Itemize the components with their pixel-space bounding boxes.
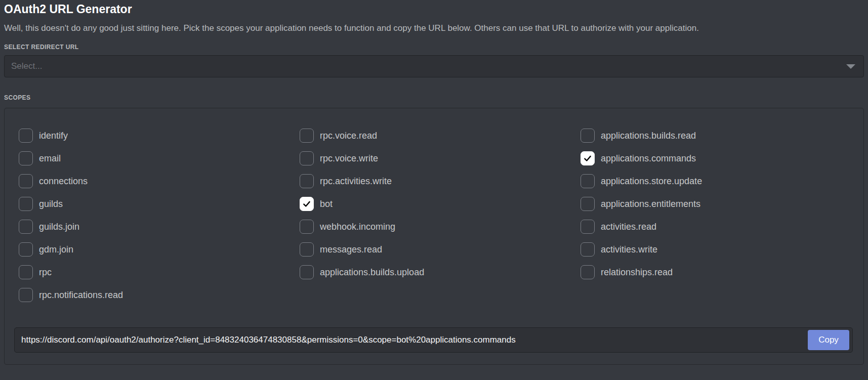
- scope-column-2: rpc.voice.readrpc.voice.writerpc.activit…: [300, 129, 581, 311]
- scope-label: applications.builds.read: [601, 131, 696, 141]
- scope-label: connections: [39, 176, 88, 187]
- scope-label: gdm.join: [39, 244, 73, 255]
- scope-label: applications.store.update: [601, 176, 702, 187]
- scope-checkbox-activities.read[interactable]: [581, 220, 595, 234]
- scope-label: applications.builds.upload: [320, 267, 424, 278]
- scope-label: activities.read: [601, 222, 656, 232]
- scope-row-activities.write[interactable]: activities.write: [581, 242, 861, 257]
- scope-checkbox-applications.commands[interactable]: [581, 151, 595, 165]
- scope-row-rpc[interactable]: rpc: [19, 265, 300, 279]
- scope-checkbox-connections[interactable]: [19, 174, 33, 188]
- scope-checkbox-applications.store.update[interactable]: [581, 174, 595, 188]
- scope-row-activities.read[interactable]: activities.read: [581, 220, 861, 234]
- oauth-url-text[interactable]: https://discord.com/api/oauth2/authorize…: [21, 335, 808, 345]
- scope-checkbox-rpc.activities.write[interactable]: [300, 174, 314, 188]
- redirect-url-select[interactable]: Select...: [4, 55, 864, 77]
- redirect-url-label: SELECT REDIRECT URL: [4, 44, 864, 51]
- scope-row-relationships.read[interactable]: relationships.read: [581, 265, 861, 279]
- scope-checkbox-rpc.notifications.read[interactable]: [19, 288, 33, 302]
- scope-row-bot[interactable]: bot: [300, 197, 581, 211]
- scope-row-applications.entitlements[interactable]: applications.entitlements: [581, 197, 861, 211]
- scope-label: activities.write: [601, 244, 657, 255]
- scope-row-connections[interactable]: connections: [19, 174, 300, 188]
- scope-row-rpc.voice.write[interactable]: rpc.voice.write: [300, 151, 581, 165]
- scope-row-messages.read[interactable]: messages.read: [300, 242, 581, 257]
- scope-row-applications.store.update[interactable]: applications.store.update: [581, 174, 861, 188]
- scopes-label: SCOPES: [4, 94, 864, 101]
- scope-checkbox-applications.builds.upload[interactable]: [300, 265, 314, 279]
- scope-label: email: [39, 153, 61, 164]
- scope-label: guilds.join: [39, 222, 79, 232]
- scope-column-3: applications.builds.readapplications.com…: [581, 129, 861, 311]
- scope-checkbox-rpc[interactable]: [19, 265, 33, 279]
- scope-label: rpc.voice.read: [320, 131, 377, 141]
- scope-label: messages.read: [320, 244, 382, 255]
- checkmark-icon: [302, 199, 311, 208]
- scope-checkbox-identify[interactable]: [19, 129, 33, 143]
- scope-checkbox-rpc.voice.write[interactable]: [300, 151, 314, 165]
- scope-checkbox-guilds[interactable]: [19, 197, 33, 211]
- scope-label: guilds: [39, 199, 63, 209]
- scope-row-applications.commands[interactable]: applications.commands: [581, 151, 861, 165]
- scope-label: rpc.notifications.read: [39, 290, 123, 301]
- scope-checkbox-applications.builds.read[interactable]: [581, 129, 595, 143]
- scope-column-1: identifyemailconnectionsguildsguilds.joi…: [19, 129, 300, 311]
- scope-checkbox-relationships.read[interactable]: [581, 265, 595, 279]
- page-description: Well, this doesn't do any good just sitt…: [4, 23, 864, 34]
- scope-label: bot: [320, 199, 333, 209]
- page-title: OAuth2 URL Generator: [4, 2, 864, 17]
- scope-label: applications.commands: [601, 153, 696, 164]
- scope-row-applications.builds.upload[interactable]: applications.builds.upload: [300, 265, 581, 279]
- scope-row-webhook.incoming[interactable]: webhook.incoming: [300, 220, 581, 234]
- scope-row-gdm.join[interactable]: gdm.join: [19, 242, 300, 257]
- scope-checkbox-rpc.voice.read[interactable]: [300, 129, 314, 143]
- scope-checkbox-guilds.join[interactable]: [19, 220, 33, 234]
- scope-checkbox-gdm.join[interactable]: [19, 242, 33, 257]
- scope-row-guilds[interactable]: guilds: [19, 197, 300, 211]
- scope-checkbox-bot[interactable]: [300, 197, 314, 211]
- scope-checkbox-messages.read[interactable]: [300, 242, 314, 257]
- oauth-url-bar: https://discord.com/api/oauth2/authorize…: [14, 327, 853, 353]
- scope-row-rpc.notifications.read[interactable]: rpc.notifications.read: [19, 288, 300, 302]
- scope-checkbox-activities.write[interactable]: [581, 242, 595, 257]
- scope-label: rpc.activities.write: [320, 176, 392, 187]
- scope-row-guilds.join[interactable]: guilds.join: [19, 220, 300, 234]
- scope-label: identify: [39, 131, 68, 141]
- checkmark-icon: [583, 154, 592, 163]
- copy-button[interactable]: Copy: [808, 330, 849, 350]
- scope-row-rpc.voice.read[interactable]: rpc.voice.read: [300, 129, 581, 143]
- redirect-url-placeholder: Select...: [11, 61, 846, 71]
- scope-checkbox-email[interactable]: [19, 151, 33, 165]
- scope-row-email[interactable]: email: [19, 151, 300, 165]
- scope-label: applications.entitlements: [601, 199, 700, 209]
- scope-label: relationships.read: [601, 267, 673, 278]
- scope-label: rpc.voice.write: [320, 153, 378, 164]
- chevron-down-icon: [846, 64, 855, 69]
- scopes-panel: identifyemailconnectionsguildsguilds.joi…: [4, 108, 864, 365]
- scope-row-rpc.activities.write[interactable]: rpc.activities.write: [300, 174, 581, 188]
- scope-label: rpc: [39, 267, 52, 278]
- oauth2-url-generator-page: OAuth2 URL Generator Well, this doesn't …: [0, 0, 868, 365]
- scope-row-applications.builds.read[interactable]: applications.builds.read: [581, 129, 861, 143]
- scope-checkbox-applications.entitlements[interactable]: [581, 197, 595, 211]
- scope-row-identify[interactable]: identify: [19, 129, 300, 143]
- scopes-grid: identifyemailconnectionsguildsguilds.joi…: [19, 129, 853, 311]
- scope-label: webhook.incoming: [320, 222, 395, 232]
- scope-checkbox-webhook.incoming[interactable]: [300, 220, 314, 234]
